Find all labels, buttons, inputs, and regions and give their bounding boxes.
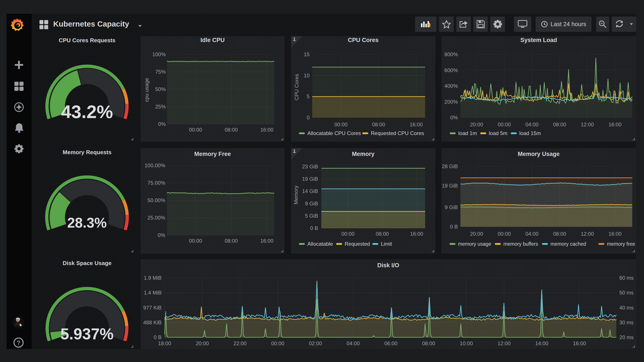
svg-text:00:00: 00:00 — [342, 231, 354, 237]
svg-text:00:00: 00:00 — [189, 127, 202, 133]
svg-text:20:00: 20:00 — [196, 341, 209, 346]
svg-text:memory free: memory free — [607, 241, 635, 247]
svg-text:200%: 200% — [444, 99, 458, 105]
svg-text:0 B: 0 B — [450, 224, 458, 230]
svg-text:08:00: 08:00 — [376, 231, 389, 237]
svg-text:Allocatable: Allocatable — [308, 241, 333, 247]
svg-text:00:00: 00:00 — [189, 238, 202, 244]
svg-text:15: 15 — [304, 51, 310, 57]
svg-text:16:00: 16:00 — [573, 341, 586, 346]
svg-text:5 GiB: 5 GiB — [305, 213, 318, 219]
svg-text:60 ms: 60 ms — [619, 275, 634, 281]
svg-text:20:00: 20:00 — [470, 121, 483, 127]
svg-text:14:00: 14:00 — [535, 341, 548, 346]
svg-text:28.3%: 28.3% — [67, 215, 106, 231]
svg-text:1.4 MiB: 1.4 MiB — [144, 290, 162, 296]
svg-text:08:00: 08:00 — [422, 341, 435, 346]
svg-text:memory buffers: memory buffers — [504, 241, 538, 247]
svg-text:cpu usage: cpu usage — [144, 78, 150, 102]
svg-text:0 B: 0 B — [154, 334, 162, 340]
svg-text:0 B: 0 B — [310, 225, 318, 231]
svg-text:19 GiB: 19 GiB — [302, 176, 318, 182]
svg-text:977 KiB: 977 KiB — [143, 305, 162, 311]
svg-text:20:00: 20:00 — [470, 231, 483, 237]
svg-text:Limit: Limit — [381, 241, 392, 247]
svg-text:04:00: 04:00 — [347, 341, 360, 346]
svg-text:00:00: 00:00 — [498, 121, 511, 127]
svg-text:08:00: 08:00 — [224, 127, 238, 133]
svg-text:28 GiB: 28 GiB — [442, 163, 458, 169]
svg-text:Memory Usage: Memory Usage — [518, 151, 560, 157]
svg-text:08:00: 08:00 — [224, 238, 238, 244]
svg-text:40 ms: 40 ms — [619, 305, 634, 311]
svg-text:16:00: 16:00 — [410, 231, 423, 237]
svg-text:600%: 600% — [444, 67, 458, 73]
svg-text:Requested CPU Cores: Requested CPU Cores — [371, 130, 424, 136]
svg-text:9 GiB: 9 GiB — [445, 204, 458, 210]
svg-text:08:00: 08:00 — [553, 231, 566, 237]
svg-text:5.937%: 5.937% — [60, 325, 114, 343]
svg-text:00:00: 00:00 — [334, 121, 348, 127]
svg-text:CPU Cores: CPU Cores — [348, 37, 378, 43]
svg-text:14 GiB: 14 GiB — [302, 188, 318, 194]
svg-text:20 ms: 20 ms — [619, 334, 634, 340]
svg-text:12:00: 12:00 — [581, 121, 594, 127]
svg-text:23 GiB: 23 GiB — [302, 164, 318, 169]
svg-text:9 GiB: 9 GiB — [305, 201, 318, 207]
svg-text:75%: 75% — [155, 69, 166, 75]
svg-text:00:00: 00:00 — [498, 231, 511, 237]
svg-text:10: 10 — [304, 72, 310, 78]
svg-text:0: 0 — [307, 115, 310, 120]
svg-text:400%: 400% — [444, 83, 458, 89]
svg-text:memory cached: memory cached — [550, 241, 586, 247]
svg-text:Allocatable CPU Cores: Allocatable CPU Cores — [308, 130, 361, 136]
svg-text:memory usage: memory usage — [458, 241, 491, 247]
svg-text:50%: 50% — [155, 86, 166, 92]
svg-text:02:00: 02:00 — [309, 341, 322, 346]
svg-text:0%: 0% — [158, 121, 166, 127]
svg-text:04:00: 04:00 — [526, 121, 538, 127]
svg-text:50.00%: 50.00% — [148, 197, 165, 203]
svg-text:22:00: 22:00 — [234, 341, 246, 346]
svg-text:load 1m: load 1m — [458, 130, 477, 136]
svg-text:CPU Cores: CPU Cores — [294, 74, 300, 100]
svg-text:488 KiB: 488 KiB — [143, 320, 162, 326]
svg-text:Memory: Memory — [352, 151, 374, 157]
svg-text:load 15m: load 15m — [519, 130, 541, 136]
svg-text:75.00%: 75.00% — [148, 180, 165, 186]
svg-text:16:00: 16:00 — [260, 127, 274, 133]
svg-text:00:00: 00:00 — [271, 341, 284, 346]
svg-text:16:00: 16:00 — [260, 238, 274, 244]
svg-text:0%: 0% — [450, 115, 458, 120]
svg-text:800%: 800% — [444, 51, 458, 57]
svg-text:10:00: 10:00 — [460, 341, 473, 346]
svg-text:50 ms: 50 ms — [619, 290, 634, 296]
svg-text:19 GiB: 19 GiB — [442, 183, 458, 189]
svg-text:0%: 0% — [158, 232, 165, 238]
svg-text:43.2%: 43.2% — [61, 101, 113, 122]
svg-text:08:00: 08:00 — [372, 121, 385, 127]
svg-text:Memory: Memory — [293, 186, 299, 205]
svg-text:Memory Free: Memory Free — [194, 151, 231, 157]
svg-text:5: 5 — [307, 93, 310, 99]
svg-text:06:00: 06:00 — [384, 341, 398, 346]
svg-text:18:00: 18:00 — [158, 341, 171, 346]
svg-text:25%: 25% — [155, 104, 166, 110]
svg-text:100%: 100% — [152, 51, 166, 57]
svg-text:30 ms: 30 ms — [619, 320, 634, 326]
svg-text:Requested: Requested — [345, 241, 370, 247]
svg-text:?: ? — [16, 339, 20, 346]
svg-text:1.9 MiB: 1.9 MiB — [144, 275, 162, 281]
svg-text:System Load: System Load — [520, 37, 557, 43]
svg-text:12:00: 12:00 — [581, 231, 594, 237]
svg-text:16:00: 16:00 — [410, 121, 423, 127]
svg-text:100.00%: 100.00% — [144, 162, 165, 168]
svg-text:25.00%: 25.00% — [148, 215, 165, 221]
svg-text:load 5m: load 5m — [489, 130, 507, 136]
svg-text:04:00: 04:00 — [526, 231, 538, 237]
svg-text:12:00: 12:00 — [498, 341, 510, 346]
svg-text:08:00: 08:00 — [553, 121, 566, 127]
svg-text:Disk I/O: Disk I/O — [377, 262, 400, 269]
svg-text:16:00: 16:00 — [608, 121, 622, 127]
svg-text:16:00: 16:00 — [608, 231, 622, 237]
